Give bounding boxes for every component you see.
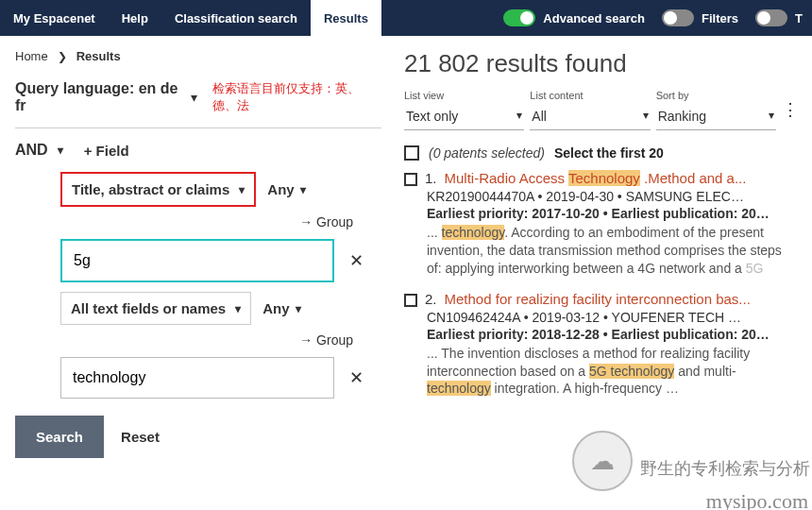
sort-by-value: Ranking [658,109,706,124]
search-term-input-1[interactable] [60,239,334,282]
add-field-button[interactable]: + Field [84,143,129,159]
match-mode-any[interactable]: Any ▾ [267,181,305,197]
select-all-checkbox[interactable] [404,145,419,161]
chevron-down-icon: ▾ [239,183,245,196]
result-checkbox[interactable] [404,294,417,307]
match-mode-any[interactable]: Any ▾ [262,300,300,316]
watermark-logo-icon: ☁ [572,431,633,491]
result-meta: CN109462424A • 2019-03-12 • YOUFENER TEC… [427,310,799,325]
list-content-value: All [532,109,547,124]
result-number: 2. [425,291,437,307]
results-count: 21 802 results found [404,49,799,78]
chevron-down-icon: ▾ [643,109,649,124]
breadcrumb: Home ❯ Results [15,36,381,71]
switch-advanced-search-label: Advanced search [543,11,645,26]
list-content-label: List content [530,90,650,101]
watermark-domain: mysipo.com [706,489,808,510]
tab-results[interactable]: Results [311,0,381,36]
field-selector-title-abstract-claims[interactable]: Title, abstract or claims ▾ [60,172,256,207]
watermark-logotext: 野生的专利检索与分析 [640,457,810,480]
selected-count: (0 patents selected) [429,145,545,161]
clear-input-icon[interactable]: ✕ [346,367,367,388]
switch-third[interactable] [755,9,787,26]
switch-advanced-search[interactable] [503,9,535,26]
search-button[interactable]: Search [15,416,104,458]
result-checkbox[interactable] [404,173,417,186]
tab-classification-search[interactable]: Classification search [161,0,311,36]
query-language-selector[interactable]: Query language: en de fr [15,80,179,114]
result-title[interactable]: Method for realizing facility interconne… [445,291,751,307]
group-link[interactable]: → Group [15,332,381,348]
tab-my-espacenet[interactable]: My Espacenet [0,0,109,36]
sort-by-selector[interactable]: Ranking ▾ [656,105,776,130]
field-selector-label: All text fields or names [71,300,226,316]
breadcrumb-home[interactable]: Home [15,49,48,63]
group-link[interactable]: → Group [15,214,381,230]
match-mode-label: Any [262,300,289,316]
result-abstract: ... The invention discloses a method for… [427,345,799,399]
clear-input-icon[interactable]: ✕ [346,250,367,271]
field-selector-all-text-fields[interactable]: All text fields or names ▾ [60,292,251,325]
tab-help[interactable]: Help [109,0,161,36]
chevron-down-icon: ▾ [191,90,197,105]
breadcrumb-current: Results [76,49,121,63]
chevron-down-icon: ▾ [296,302,301,315]
switch-filters-label: Filters [702,11,738,26]
result-title[interactable]: Multi-Radio Access Technology .Method an… [445,170,747,186]
search-term-input-2[interactable] [60,357,334,399]
field-selector-label: Title, abstract or claims [72,181,229,197]
chevron-down-icon: ▾ [516,109,522,124]
chevron-down-icon: ▾ [235,302,241,315]
operator-and[interactable]: AND [15,142,48,159]
reset-button[interactable]: Reset [121,429,160,445]
list-view-value: Text only [406,109,458,124]
list-view-selector[interactable]: Text only ▾ [404,105,524,130]
select-first-20[interactable]: Select the first 20 [554,145,664,161]
chevron-down-icon: ▾ [300,183,306,196]
query-language-note: 检索语言目前仅支持：英、德、法 [212,80,382,114]
chevron-right-icon: ❯ [58,50,67,63]
result-meta: KR20190044470A • 2019-04-30 • SAMSUNG EL… [427,189,799,204]
match-mode-label: Any [267,181,294,197]
kebab-menu-icon[interactable]: ⋮ [782,90,799,120]
switch-filters[interactable] [662,9,694,26]
chevron-down-icon: ▾ [769,109,774,124]
switch-third-label: T [795,11,803,26]
sort-by-label: Sort by [656,90,776,101]
result-priority: Earliest priority: 2018-12-28 • Earliest… [427,327,799,342]
list-view-label: List view [404,90,524,101]
result-number: 1. [425,170,437,186]
list-content-selector[interactable]: All ▾ [530,105,650,130]
result-abstract: ... technology. According to an embodime… [427,224,799,278]
result-priority: Earliest priority: 2017-10-20 • Earliest… [427,206,799,221]
chevron-down-icon: ▾ [58,144,63,157]
